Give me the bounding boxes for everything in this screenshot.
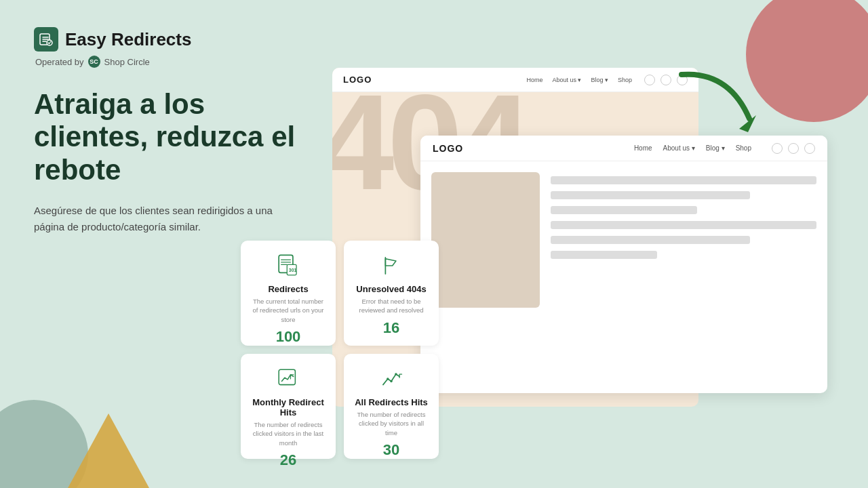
unresolved-card: Unresolved 404s Error that need to be re… bbox=[344, 241, 439, 346]
svg-text:301: 301 bbox=[289, 268, 297, 272]
unresolved-desc: Error that need to be reviewed and resol… bbox=[353, 297, 429, 315]
inner-cart-icon bbox=[788, 143, 799, 154]
browser-mockup-inner: LOGO Home About us ▾ Blog ▾ Shop bbox=[420, 136, 827, 393]
product-title-line bbox=[551, 176, 816, 184]
line-chart-icon bbox=[376, 366, 406, 392]
nav-about: About us ▾ bbox=[552, 77, 581, 83]
all-hits-title: All Redirects Hits bbox=[355, 397, 428, 407]
app-name: Easy Redirects bbox=[65, 29, 191, 50]
flag-icon bbox=[376, 253, 406, 279]
redirects-card: 301 Redirects The current total number o… bbox=[241, 241, 336, 346]
logo-area: Easy Redirects Operated by SC Shop Circl… bbox=[34, 27, 305, 68]
product-desc-line-2 bbox=[551, 236, 750, 244]
monthly-value: 26 bbox=[280, 451, 296, 469]
redirects-title: Redirects bbox=[268, 284, 308, 294]
chart-icon bbox=[273, 366, 303, 392]
nav-shop: Shop bbox=[618, 77, 632, 83]
all-hits-card: All Redirects Hits The number of redirec… bbox=[344, 354, 439, 459]
product-desc-line-3 bbox=[551, 251, 657, 259]
svg-point-8 bbox=[390, 380, 392, 382]
hero-headline: Atraiga a los clientes, reduzca el rebot… bbox=[34, 88, 305, 186]
operated-by-label: Operated by bbox=[35, 57, 84, 67]
all-hits-desc: The number of redirects clicked by visit… bbox=[353, 410, 429, 437]
nav-blog: Blog ▾ bbox=[591, 77, 608, 83]
redirects-desc: The current total number of redirected u… bbox=[250, 297, 326, 324]
redirects-icon: 301 bbox=[273, 253, 303, 279]
inner-nav-icons bbox=[772, 143, 815, 154]
unresolved-title: Unresolved 404s bbox=[356, 284, 426, 294]
monthly-desc: The number of redirects clicked visitors… bbox=[250, 420, 326, 447]
inner-browser-nav: LOGO Home About us ▾ Blog ▾ Shop bbox=[420, 136, 827, 161]
outer-nav-items: Home About us ▾ Blog ▾ Shop bbox=[526, 77, 632, 83]
redirect-arrow bbox=[668, 64, 763, 152]
logo-row: Easy Redirects bbox=[34, 27, 305, 52]
inner-browser-logo: LOGO bbox=[433, 143, 463, 154]
inner-search-icon bbox=[804, 143, 815, 154]
stats-cards: 301 Redirects The current total number o… bbox=[241, 241, 439, 459]
app-logo-icon bbox=[34, 27, 58, 52]
monthly-title: Monthly Redirect Hits bbox=[250, 397, 326, 418]
bg-circle-decoration bbox=[746, 0, 868, 122]
shop-circle-icon: SC bbox=[88, 56, 100, 68]
svg-rect-6 bbox=[279, 369, 295, 384]
operated-by-row: Operated by SC Shop Circle bbox=[35, 56, 305, 68]
product-image bbox=[431, 172, 540, 308]
svg-point-7 bbox=[387, 378, 389, 380]
all-hits-value: 30 bbox=[383, 441, 399, 459]
monthly-card: Monthly Redirect Hits The number of redi… bbox=[241, 354, 336, 459]
shop-circle-label: Shop Circle bbox=[104, 57, 150, 67]
product-price-line bbox=[551, 206, 697, 214]
inner-user-icon bbox=[772, 143, 783, 154]
inner-nav-home: Home bbox=[634, 144, 652, 152]
inner-browser-content bbox=[420, 161, 827, 319]
nav-home: Home bbox=[526, 77, 542, 83]
redirects-value: 100 bbox=[276, 328, 301, 346]
product-subtitle-line bbox=[551, 191, 750, 199]
hero-subtext: Asegúrese de que los clientes sean redir… bbox=[34, 203, 298, 235]
product-details bbox=[551, 172, 816, 308]
unresolved-value: 16 bbox=[383, 319, 399, 337]
product-desc-line-1 bbox=[551, 221, 816, 229]
svg-point-9 bbox=[395, 373, 397, 375]
user-icon bbox=[644, 75, 655, 85]
